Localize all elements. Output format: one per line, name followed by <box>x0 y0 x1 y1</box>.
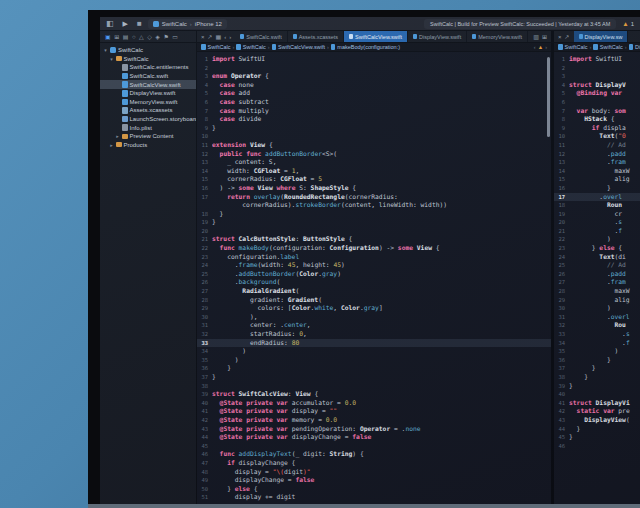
debug-navigator-icon[interactable]: ◈ <box>155 34 160 40</box>
tab-assets-xcassets[interactable]: Assets.xcassets <box>288 31 344 42</box>
code-line: 41 @State private var display = "" <box>197 407 551 416</box>
sidebar-item-label: SwiftCalc.swift <box>130 73 169 79</box>
xcode-window: ◧▶■ SwiftCalc › iPhone 12 SwiftCalc | Bu… <box>100 17 640 504</box>
line-number: 34 <box>554 339 569 348</box>
breadcrumb-item[interactable]: SwiftCalcView.swift <box>278 44 325 50</box>
code-line: 3 <box>554 72 640 81</box>
test-navigator-icon[interactable]: ◇ <box>147 34 152 40</box>
adjust-editor-icon[interactable]: ▥ <box>533 33 539 40</box>
breadcrumb-file-icon <box>558 44 563 50</box>
pop-out-icon[interactable]: ↗ <box>565 33 570 40</box>
code-text: .s <box>569 330 640 339</box>
sidebar-item-label: LaunchScreen.storyboard <box>130 116 198 122</box>
sidebar-item-displayview-swift[interactable]: DisplayView.swift <box>100 89 196 98</box>
warning-badge[interactable]: ▲ 1 <box>622 20 634 27</box>
code-line: 19 cr <box>554 210 640 219</box>
disclosure-icon[interactable]: ▾ <box>103 47 108 53</box>
breadcrumb-item[interactable]: SwiftCalc <box>208 44 231 50</box>
issue-navigator-icon[interactable]: △ <box>139 34 144 40</box>
code-text: .s <box>569 218 640 227</box>
tab-displayview-sw[interactable]: DisplayView.sw <box>574 31 629 42</box>
breadcrumb-item[interactable]: DisplayVie <box>635 44 640 50</box>
code-line: 25 // Ad <box>554 261 640 270</box>
breadcrumb-item[interactable]: makeBody(configuration:) <box>337 44 400 50</box>
breadcrumb-file-icon <box>272 44 277 50</box>
code-line: 45 <box>197 442 551 451</box>
breadcrumb-issue-nav[interactable]: ‹▲› <box>534 44 547 50</box>
find-navigator-icon[interactable]: ○ <box>132 34 136 40</box>
play-button-icon[interactable]: ▶ <box>123 20 128 28</box>
toolbar-icons: ◧▶■ <box>106 20 142 28</box>
grid-view-icon[interactable]: ▦ <box>216 33 222 40</box>
symbol-navigator-icon[interactable]: ▤ <box>123 34 129 40</box>
sidebar-item-info-plist[interactable]: Info.plist <box>100 123 196 132</box>
stop-button-icon[interactable]: ■ <box>137 20 142 28</box>
sidebar-item-swiftcalc-entitlements[interactable]: SwiftCalc.entitlements <box>100 63 196 72</box>
breadcrumb-item[interactable]: SwiftCalc <box>565 44 588 50</box>
sidebar-item-swiftcalc[interactable]: ▾SwiftCalc <box>100 55 196 64</box>
line-number: 50 <box>197 485 212 494</box>
sidebar-item-assets-xcassets[interactable]: Assets.xcassets <box>100 106 196 115</box>
source-control-navigator-icon[interactable]: ⊞ <box>114 34 119 40</box>
breakpoint-navigator-icon[interactable]: ⚑ <box>163 34 168 40</box>
left-editor-scrollbar[interactable] <box>547 57 550 137</box>
right-code-editor[interactable]: 1import SwiftUI234struct DisplayV5 @Bind… <box>554 52 640 504</box>
left-code-editor[interactable]: 1import SwiftUI23enum Operator {4 case n… <box>197 52 551 504</box>
back-icon[interactable]: ‹ <box>534 44 536 50</box>
scheme-selector[interactable]: SwiftCalc › iPhone 12 <box>148 19 227 29</box>
xcode-toolbar: ◧▶■ SwiftCalc › iPhone 12 SwiftCalc | Bu… <box>100 17 640 31</box>
sidebar-item-launchscreen-storyboard[interactable]: LaunchScreen.storyboard <box>100 115 196 124</box>
line-number: 16 <box>197 184 212 193</box>
tab-swiftcalcview-swift[interactable]: SwiftCalcView.swift <box>344 31 408 42</box>
line-number: 37 <box>554 364 569 373</box>
sidebar-item-swiftcalc[interactable]: ▾SwiftCalc <box>100 46 196 55</box>
code-text: } <box>569 356 640 365</box>
swift-file-icon <box>349 34 353 40</box>
line-number: 26 <box>554 270 569 279</box>
sidebar-item-preview-content[interactable]: ▸Preview Content <box>100 132 196 141</box>
close-tab-icon[interactable]: × <box>558 34 562 40</box>
breadcrumb-item[interactable]: SwiftCalc <box>243 44 266 50</box>
code-text: alig <box>569 296 640 305</box>
line-number: 44 <box>554 425 569 434</box>
sidebar-item-swiftcalcview-swift[interactable]: SwiftCalcView.swift <box>100 80 196 89</box>
code-text: .background( <box>212 278 551 287</box>
sidebar-item-products[interactable]: ▸Products <box>100 141 196 150</box>
chevron-right-icon: › <box>327 44 329 50</box>
project-navigator-icon[interactable]: ▣ <box>105 34 111 40</box>
disclosure-icon[interactable]: ▸ <box>115 133 120 139</box>
back-icon[interactable]: ‹ <box>224 34 226 40</box>
forward-icon[interactable]: › <box>545 44 547 50</box>
swift-file-icon <box>122 90 128 97</box>
code-line: 46 <box>554 442 640 451</box>
sidebar-item-swiftcalc-swift[interactable]: SwiftCalc.swift <box>100 72 196 81</box>
chevron-right-icon: › <box>625 44 627 50</box>
disclosure-icon[interactable]: ▾ <box>109 56 114 62</box>
line-number: 10 <box>554 132 569 141</box>
add-editor-icon[interactable]: ⊞ <box>542 33 547 40</box>
code-text: center: .center, <box>212 321 551 330</box>
pop-out-icon[interactable]: ↗ <box>208 33 213 40</box>
activity-status[interactable]: SwiftCalc | Build for Preview SwiftCalc:… <box>424 19 616 29</box>
close-tab-icon[interactable]: × <box>201 34 205 40</box>
code-text: struct SwiftCalcView: View { <box>212 390 551 399</box>
line-number: 28 <box>554 287 569 296</box>
line-number: 32 <box>554 321 569 330</box>
forward-icon[interactable]: › <box>229 34 231 40</box>
sidebar-toggle-icon[interactable]: ◧ <box>106 20 114 28</box>
code-line: 39} <box>554 382 640 391</box>
sidebar-item-memoryview-swift[interactable]: MemoryView.swift <box>100 98 196 107</box>
line-number: 17 <box>554 193 569 202</box>
breadcrumb-item[interactable]: SwiftCalc <box>600 44 623 50</box>
tab-displayview-swift[interactable]: DisplayView.swift <box>408 31 467 42</box>
tab-swiftcalc-swift[interactable]: SwiftCalc.swift <box>235 31 287 42</box>
right-editor-tabstrip: ×↗ DisplayView.sw <box>554 31 640 42</box>
report-navigator-icon[interactable]: ▭ <box>172 34 178 40</box>
code-line: 37 } <box>554 364 640 373</box>
tab-memoryview-swift[interactable]: MemoryView.swift <box>467 31 528 42</box>
line-number: 29 <box>197 304 212 313</box>
wall-background: ◧▶■ SwiftCalc › iPhone 12 SwiftCalc | Bu… <box>0 0 640 508</box>
line-number: 9 <box>554 124 569 133</box>
disclosure-icon[interactable]: ▸ <box>109 142 114 148</box>
code-line: 25 .addButtonBorder(Color.gray) <box>197 270 551 279</box>
